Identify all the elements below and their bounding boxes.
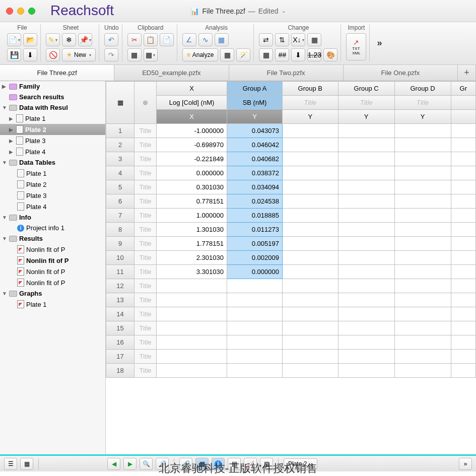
tree-nonlin-2[interactable]: Nonlin fit of P — [0, 266, 105, 277]
table-row[interactable]: 9 Title 1.778151 0.005197 — [106, 237, 476, 251]
col-title-b[interactable]: Title — [283, 96, 338, 110]
new-sheet-button[interactable]: ☀New▾ — [62, 48, 96, 61]
col-header-c[interactable]: Group C — [338, 82, 394, 96]
tree-plate1-dt[interactable]: Plate 1 — [0, 168, 105, 179]
change-btn-8[interactable]: 1.23 — [307, 48, 321, 61]
change-btn-1[interactable]: ⇄ — [259, 33, 273, 46]
table-row[interactable]: 8 Title 1.301030 0.011273 — [106, 223, 476, 237]
dropdown-caret-icon[interactable]: ⌄ — [282, 8, 286, 14]
table-corner-button[interactable]: ▦ — [106, 82, 134, 124]
change-btn-9[interactable]: 🎨 — [323, 48, 337, 61]
save-button[interactable]: 💾 — [7, 48, 21, 61]
paste-button[interactable]: 📄 — [160, 33, 174, 46]
table-row[interactable]: 14 Title — [106, 307, 476, 321]
zoom-button[interactable]: 🔍 — [140, 458, 153, 470]
nonlin-fit-button[interactable]: ∿ — [198, 33, 213, 46]
change-btn-7[interactable]: ⬇ — [291, 48, 305, 61]
analysis-sheet-button[interactable]: ▦ — [220, 48, 234, 61]
stats-button[interactable]: ▦ — [215, 33, 229, 46]
tree-plate4-dt[interactable]: Plate 4 — [0, 201, 105, 212]
col-sub-x[interactable]: X — [157, 110, 227, 124]
col-header-x[interactable]: X — [157, 82, 227, 96]
doc-tab-2[interactable]: File Two.pzfx — [229, 65, 344, 81]
doc-tab-0[interactable]: File Three.pzf — [0, 65, 114, 81]
table-row[interactable]: 5 Title 0.301030 0.034094 — [106, 180, 476, 194]
tree-results[interactable]: ▼Results — [0, 233, 105, 244]
tree-nonlin-0[interactable]: Nonlin fit of P — [0, 244, 105, 255]
close-col-button[interactable]: ⊗ — [134, 82, 157, 124]
tree-project-info[interactable]: iProject info 1 — [0, 223, 105, 233]
tree-plate2-dr[interactable]: ▶Plate 2 — [0, 124, 105, 135]
table-row[interactable]: 11 Title 3.301030 0.000000 — [106, 265, 476, 279]
import-button[interactable]: ↗TXTXML — [346, 33, 366, 60]
table-row[interactable]: 7 Title 1.000000 0.018885 — [106, 209, 476, 223]
add-doc-tab-button[interactable]: + — [458, 65, 476, 81]
col-sub-b[interactable]: Y — [283, 110, 338, 124]
table-row[interactable]: 2 Title -0.698970 0.046042 — [106, 138, 476, 152]
tree-family[interactable]: ▶Family — [0, 81, 105, 92]
next-sheet-button[interactable]: ▶ — [123, 458, 137, 470]
wand-button[interactable]: 🪄 — [236, 48, 250, 61]
col-header-a[interactable]: Group A — [227, 82, 283, 96]
table-row[interactable]: 18 Title — [106, 364, 476, 378]
table-row[interactable]: 12 Title — [106, 279, 476, 293]
doc-tab-1[interactable]: ED50_example.pzfx — [114, 65, 229, 81]
col-header-d[interactable]: Group D — [394, 82, 451, 96]
new-file-button[interactable]: 📄▾ — [7, 33, 21, 46]
tree-nonlin-1[interactable]: Nonlin fit of P — [0, 255, 105, 266]
doc-tab-3[interactable]: File One.pzfx — [344, 65, 458, 81]
tree-plate1-dr[interactable]: ▶Plate 1 — [0, 113, 105, 124]
open-file-button[interactable]: 📂 — [23, 33, 37, 46]
change-btn-6[interactable]: ## — [275, 48, 289, 61]
table-row[interactable]: 1 Title -1.000000 0.043073 — [106, 124, 476, 138]
table-row[interactable]: 10 Title 2.301030 0.002009 — [106, 251, 476, 265]
redo-button[interactable]: ↷ — [104, 48, 118, 61]
table-row[interactable]: 15 Title — [106, 321, 476, 335]
tree-graphs[interactable]: ▼Graphs — [0, 288, 105, 299]
highlight-button[interactable]: ✎▾ — [46, 33, 60, 46]
table-row[interactable]: 17 Title — [106, 350, 476, 364]
zoom-window-button[interactable] — [28, 8, 35, 15]
change-btn-4[interactable]: ▦ — [307, 33, 321, 46]
undo-button[interactable]: ↶ — [104, 33, 118, 46]
toolbar-overflow-button[interactable]: » — [372, 24, 387, 61]
minimize-window-button[interactable] — [17, 8, 24, 15]
col-sub-d[interactable]: Y — [394, 110, 451, 124]
tree-plate3-dt[interactable]: Plate 3 — [0, 190, 105, 201]
tree-nonlin-3[interactable]: Nonlin fit of P — [0, 277, 105, 288]
col-header-b[interactable]: Group B — [283, 82, 338, 96]
close-window-button[interactable] — [6, 8, 13, 15]
col-header-more[interactable]: Gr — [451, 82, 475, 96]
tree-plate4-dr[interactable]: ▶Plate 4 — [0, 146, 105, 157]
statusbar-overflow-button[interactable]: » — [459, 458, 472, 470]
tree-data-tables[interactable]: ▼Data Tables — [0, 157, 105, 168]
tree-graph-plate1[interactable]: Plate 1 — [0, 299, 105, 310]
view-outline-button[interactable]: ☰ — [4, 458, 17, 470]
delete-button[interactable]: 🚫 — [46, 48, 60, 61]
clipboard-btn-b[interactable]: ▦▾ — [144, 48, 158, 61]
pin-button[interactable]: 📌▾ — [78, 33, 92, 46]
table-row[interactable]: 4 Title 0.000000 0.038372 — [106, 166, 476, 180]
tree-search-results[interactable]: Search results — [0, 92, 105, 102]
table-row[interactable]: 13 Title — [106, 293, 476, 307]
change-btn-2[interactable]: ⇅ — [275, 33, 289, 46]
table-row[interactable]: 16 Title — [106, 335, 476, 350]
prev-sheet-button[interactable]: ◀ — [107, 458, 120, 470]
col-title-a[interactable]: SB (nM) — [227, 96, 283, 110]
tree-data-with-results[interactable]: ▼Data with Resul — [0, 102, 105, 113]
tree-plate3-dr[interactable]: ▶Plate 3 — [0, 135, 105, 146]
tree-plate2-dt[interactable]: Plate 2 — [0, 179, 105, 190]
data-table[interactable]: ▦ ⊗ X Group A Group B Group C Group D Gr… — [106, 81, 476, 378]
copy-button[interactable]: 📋 — [144, 33, 158, 46]
export-button[interactable]: ⬇ — [23, 48, 37, 61]
change-btn-3[interactable]: X↓▾ — [291, 33, 305, 46]
table-row[interactable]: 6 Title 0.778151 0.024538 — [106, 194, 476, 209]
tree-info[interactable]: ▼Info — [0, 212, 105, 223]
col-sub-a[interactable]: Y — [227, 110, 283, 124]
cut-button[interactable]: ✂ — [127, 33, 142, 46]
clipboard-btn-a[interactable]: ▦ — [127, 48, 142, 61]
col-title-x[interactable]: Log [Cold] (nM) — [157, 96, 227, 110]
col-title-c[interactable]: Title — [338, 96, 394, 110]
table-row[interactable]: 3 Title -0.221849 0.040682 — [106, 152, 476, 166]
col-title-d[interactable]: Title — [394, 96, 451, 110]
